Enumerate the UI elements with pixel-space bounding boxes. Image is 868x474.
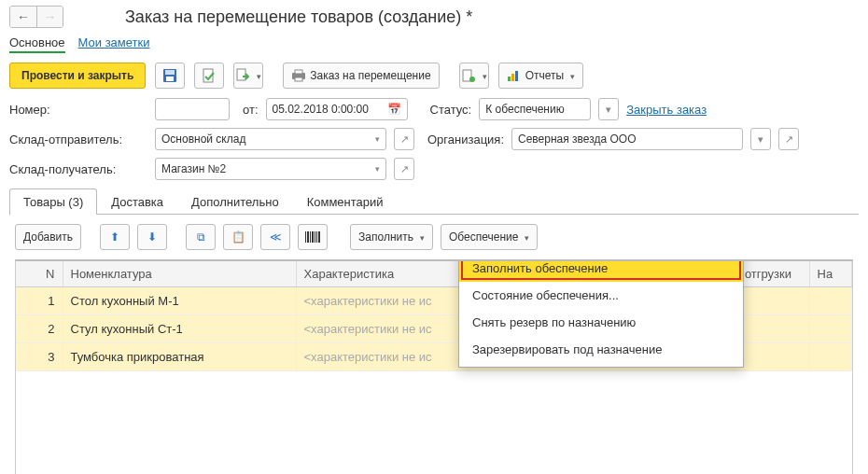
detail-tabs: Товары (3) Доставка Дополнительно Коммен…	[9, 188, 859, 215]
paste-icon: 📋	[231, 230, 245, 244]
chevron-down-icon: ▾	[375, 134, 380, 144]
number-input[interactable]	[155, 98, 230, 120]
svg-rect-17	[315, 231, 315, 243]
add-row-button[interactable]: Добавить	[15, 224, 81, 250]
chevron-down-icon	[480, 69, 487, 82]
copy-icon: ⧉	[197, 230, 205, 244]
forward-button[interactable]: →	[36, 7, 63, 27]
from-label: от:	[243, 103, 259, 117]
number-label: Номер:	[9, 103, 147, 117]
back-button[interactable]: ←	[10, 7, 36, 27]
arrow-up-icon: ⬆	[110, 230, 119, 244]
receiver-label: Склад-получатель:	[9, 162, 147, 176]
col-nomenclature[interactable]: Номенклатура	[63, 261, 296, 287]
chevron-down-icon	[522, 230, 529, 244]
calendar-icon[interactable]: 📅	[387, 103, 401, 116]
date-input[interactable]: 05.02.2018 0:00:00 📅	[266, 98, 408, 120]
menu-reserve[interactable]: Зарезервировать под назначение	[459, 336, 743, 363]
svg-rect-19	[318, 231, 320, 243]
chevron-down-icon	[567, 69, 575, 82]
menu-release-reserve[interactable]: Снять резерв по назначению	[459, 309, 743, 336]
svg-rect-1	[165, 70, 175, 75]
svg-rect-15	[310, 231, 311, 243]
close-order-link[interactable]: Закрыть заказ	[626, 103, 707, 117]
svg-rect-12	[515, 71, 518, 81]
document-arrow-icon	[235, 68, 250, 83]
barcode-icon	[304, 230, 321, 244]
tab-main[interactable]: Основное	[9, 34, 65, 53]
document-check-icon	[202, 68, 217, 83]
chevron-down-icon	[417, 230, 425, 244]
save-button[interactable]	[155, 63, 185, 89]
floppy-icon	[162, 68, 177, 83]
svg-rect-2	[166, 77, 174, 81]
menu-provision-state[interactable]: Состояние обеспечения...	[459, 282, 743, 309]
svg-rect-10	[508, 77, 511, 81]
org-label: Организация:	[427, 132, 504, 146]
status-label: Статус:	[430, 103, 472, 117]
page-title: Заказ на перемещение товаров (создание) …	[125, 7, 472, 27]
org-dropdown-button[interactable]: ▾	[750, 128, 771, 150]
svg-point-9	[469, 77, 475, 82]
goods-table: N Номенклатура Характеристика Дата отгру…	[15, 259, 853, 474]
svg-rect-6	[295, 70, 302, 74]
tab-delivery[interactable]: Доставка	[97, 188, 177, 215]
tab-comment[interactable]: Комментарий	[293, 188, 398, 215]
move-down-button[interactable]: ⬇	[137, 224, 167, 250]
nav-history: ← →	[9, 6, 63, 28]
provision-dropdown-button[interactable]: Обеспечение	[441, 224, 538, 250]
svg-rect-4	[237, 69, 245, 80]
share-button[interactable]: ≪	[260, 224, 290, 250]
link-icon	[461, 68, 476, 83]
main-toolbar: Провести и закрыть Заказ на перемещение …	[0, 57, 868, 98]
tab-notes[interactable]: Мои заметки	[78, 34, 150, 53]
sender-open-button[interactable]: ↗	[394, 128, 414, 150]
status-select[interactable]: К обеспечению	[479, 98, 591, 120]
create-based-on-button[interactable]	[233, 63, 263, 89]
attachments-button[interactable]	[459, 63, 489, 89]
menu-fill-provision[interactable]: Заполнить обеспечение	[459, 259, 743, 282]
svg-rect-11	[511, 74, 514, 81]
receiver-input[interactable]: Магазин №2 ▾	[155, 158, 386, 180]
submit-and-close-button[interactable]: Провести и закрыть	[9, 63, 146, 89]
print-transfer-button[interactable]: Заказ на перемещение	[283, 63, 439, 89]
reports-button[interactable]: Отчеты	[498, 63, 583, 89]
svg-rect-18	[316, 231, 317, 243]
org-open-button[interactable]: ↗	[778, 128, 799, 150]
chart-icon	[507, 69, 522, 82]
svg-rect-13	[305, 231, 306, 243]
fill-dropdown-button[interactable]: Заполнить	[350, 224, 433, 250]
post-button[interactable]	[194, 63, 224, 89]
status-dropdown-button[interactable]: ▾	[598, 98, 619, 120]
receiver-open-button[interactable]: ↗	[394, 158, 414, 180]
sender-input[interactable]: Основной склад ▾	[155, 128, 386, 150]
tab-extra[interactable]: Дополнительно	[177, 188, 293, 215]
svg-rect-7	[295, 77, 302, 81]
chevron-down-icon: ▾	[375, 164, 380, 174]
arrow-down-icon: ⬇	[147, 230, 157, 244]
printer-icon	[291, 69, 306, 82]
sender-label: Склад-отправитель:	[9, 132, 147, 146]
col-last[interactable]: На	[809, 261, 852, 287]
svg-rect-16	[312, 231, 314, 243]
col-n[interactable]: N	[16, 261, 63, 287]
org-input[interactable]: Северная звезда ООО	[511, 128, 743, 150]
paste-button[interactable]: 📋	[223, 224, 253, 250]
provision-menu: Заполнить обеспечение Состояние обеспече…	[458, 259, 744, 368]
move-up-button[interactable]: ⬆	[100, 224, 130, 250]
barcode-button[interactable]	[298, 224, 328, 250]
copy-button[interactable]: ⧉	[186, 224, 216, 250]
svg-rect-14	[307, 231, 309, 243]
view-tabs: Основное Мои заметки	[0, 34, 868, 57]
tab-goods[interactable]: Товары (3)	[9, 188, 97, 215]
chevron-down-icon	[254, 69, 261, 82]
table-toolbar: Добавить ⬆ ⬇ ⧉ 📋 ≪ Заполнить Обеспечение	[0, 215, 868, 259]
share-icon: ≪	[270, 230, 282, 244]
